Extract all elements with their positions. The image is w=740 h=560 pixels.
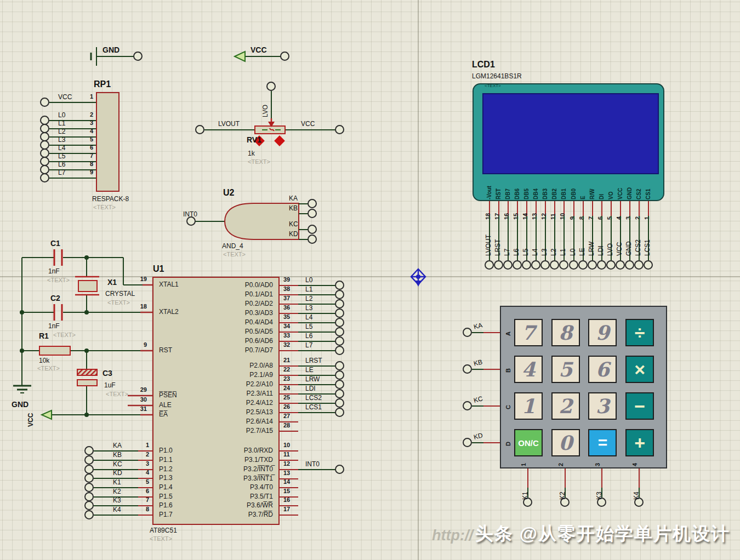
keypad-key[interactable]: × bbox=[625, 356, 654, 383]
rp1-note: <TEXT> bbox=[93, 204, 116, 210]
wire bbox=[299, 213, 308, 214]
pin-number: 8 bbox=[90, 161, 93, 167]
pin-terminal[interactable] bbox=[335, 465, 344, 474]
pin-number: 8 bbox=[579, 216, 585, 220]
pin-terminal[interactable] bbox=[503, 260, 513, 270]
wire bbox=[49, 145, 96, 146]
pin-number: 18 bbox=[140, 304, 147, 310]
keypad-key[interactable]: 5 bbox=[551, 356, 580, 383]
pin-terminal[interactable] bbox=[540, 260, 550, 270]
pin-terminal[interactable] bbox=[84, 483, 94, 492]
keypad-key[interactable]: + bbox=[625, 429, 654, 456]
pin-terminal[interactable] bbox=[463, 364, 472, 374]
pin-terminal[interactable] bbox=[335, 290, 344, 299]
pin-terminal[interactable] bbox=[625, 260, 634, 270]
keypad-key[interactable]: 0 bbox=[551, 429, 580, 456]
keypad-key[interactable]: 1 bbox=[514, 392, 543, 420]
pin-terminal[interactable] bbox=[616, 260, 625, 270]
lcd-pin-name: DB7 bbox=[505, 188, 511, 199]
pin-terminal[interactable] bbox=[485, 260, 494, 270]
lcd-pin-name: R̅S̅T̅ bbox=[496, 188, 502, 199]
wire bbox=[49, 178, 96, 179]
pin-terminal[interactable] bbox=[335, 370, 344, 380]
resistor-r1 bbox=[39, 346, 70, 355]
pin-number: 3 bbox=[135, 461, 149, 467]
pin-terminal[interactable] bbox=[531, 260, 540, 270]
pin-terminal[interactable] bbox=[335, 308, 344, 318]
net-label: L5 bbox=[305, 323, 312, 330]
pin-terminal[interactable] bbox=[84, 446, 94, 455]
pin-terminal[interactable] bbox=[559, 260, 568, 270]
pin-terminal[interactable] bbox=[463, 328, 472, 337]
pin-terminal[interactable] bbox=[335, 327, 344, 336]
resistor-pack-rp1-body[interactable] bbox=[96, 92, 119, 192]
keypad-key[interactable]: 3 bbox=[588, 392, 617, 420]
pin-terminal[interactable] bbox=[569, 260, 578, 270]
pin-terminal[interactable] bbox=[335, 318, 344, 327]
net-label: KA bbox=[113, 442, 122, 449]
keypad-row-letter: B bbox=[505, 368, 511, 373]
keypad-key[interactable]: 6 bbox=[588, 356, 617, 383]
keypad-key[interactable]: 4 bbox=[514, 356, 543, 383]
pin-terminal[interactable] bbox=[335, 281, 344, 290]
pin-name: P3.6/W̅R̅ bbox=[247, 502, 273, 508]
pin-terminal[interactable] bbox=[335, 361, 344, 370]
pin-terminal[interactable] bbox=[308, 209, 317, 218]
pin-terminal[interactable] bbox=[84, 492, 94, 501]
keypad-key[interactable]: 7 bbox=[514, 319, 543, 346]
pin-terminal[interactable] bbox=[644, 260, 653, 270]
pin-number: 14 bbox=[283, 479, 290, 485]
pin-terminal[interactable] bbox=[588, 260, 597, 270]
keypad-key[interactable]: ON/C bbox=[514, 429, 543, 456]
pin-name: P0.7/AD7 bbox=[245, 347, 273, 353]
pin-terminal[interactable] bbox=[463, 401, 472, 410]
pin-terminal[interactable] bbox=[308, 225, 317, 234]
pin-terminal[interactable] bbox=[84, 510, 94, 519]
pin-terminal[interactable] bbox=[308, 199, 317, 208]
terminal-gnd-top[interactable] bbox=[133, 52, 143, 61]
pin-terminal[interactable] bbox=[40, 98, 49, 107]
pin-number: 14 bbox=[522, 213, 528, 220]
keypad-key[interactable]: = bbox=[588, 429, 617, 456]
keypad-key[interactable]: 2 bbox=[551, 392, 580, 420]
keypad-key[interactable]: ÷ bbox=[625, 319, 654, 346]
pin-terminal[interactable] bbox=[597, 260, 606, 270]
pin-terminal[interactable] bbox=[550, 260, 559, 270]
pin-terminal[interactable] bbox=[463, 438, 472, 447]
pin-terminal[interactable] bbox=[335, 346, 344, 355]
net-label: L5 bbox=[522, 249, 529, 256]
pin-terminal[interactable] bbox=[335, 380, 344, 389]
pin-number: 25 bbox=[283, 395, 290, 401]
keypad-key[interactable]: 9 bbox=[588, 319, 617, 346]
keypad-key[interactable]: 8 bbox=[551, 319, 580, 346]
pin-terminal[interactable] bbox=[494, 260, 503, 270]
pin-terminal[interactable] bbox=[84, 501, 94, 510]
pin-terminal[interactable] bbox=[335, 389, 344, 398]
terminal-lvo[interactable] bbox=[266, 82, 276, 91]
terminal-pot-vcc[interactable] bbox=[335, 125, 344, 134]
net-label: K1 bbox=[522, 492, 528, 500]
pin-terminal[interactable] bbox=[606, 260, 616, 270]
terminal-vcc-top[interactable] bbox=[280, 52, 289, 61]
pin-terminal[interactable] bbox=[335, 398, 344, 408]
pin-terminal[interactable] bbox=[84, 455, 94, 465]
pin-terminal[interactable] bbox=[84, 473, 94, 483]
pin-terminal[interactable] bbox=[84, 465, 94, 474]
pin-terminal[interactable] bbox=[578, 260, 588, 270]
pin-terminal[interactable] bbox=[40, 173, 49, 182]
pin-number: 35 bbox=[283, 314, 290, 320]
pin-terminal[interactable] bbox=[522, 260, 531, 270]
origin-axis-horizontal bbox=[0, 276, 740, 277]
keypad-key[interactable]: − bbox=[625, 392, 654, 420]
pin-terminal[interactable] bbox=[513, 260, 522, 270]
pin-terminal[interactable] bbox=[335, 408, 344, 417]
pin-terminal[interactable] bbox=[335, 336, 344, 346]
pin-terminal[interactable] bbox=[335, 299, 344, 308]
net-label: VCC bbox=[616, 242, 623, 256]
pin-terminal[interactable] bbox=[634, 260, 644, 270]
keypad-row-letter: A bbox=[505, 332, 511, 336]
pin-terminal[interactable] bbox=[308, 235, 317, 244]
net-label: L5 bbox=[58, 153, 65, 159]
terminal-lvout[interactable] bbox=[195, 125, 204, 134]
pin-number: 16 bbox=[283, 497, 290, 503]
